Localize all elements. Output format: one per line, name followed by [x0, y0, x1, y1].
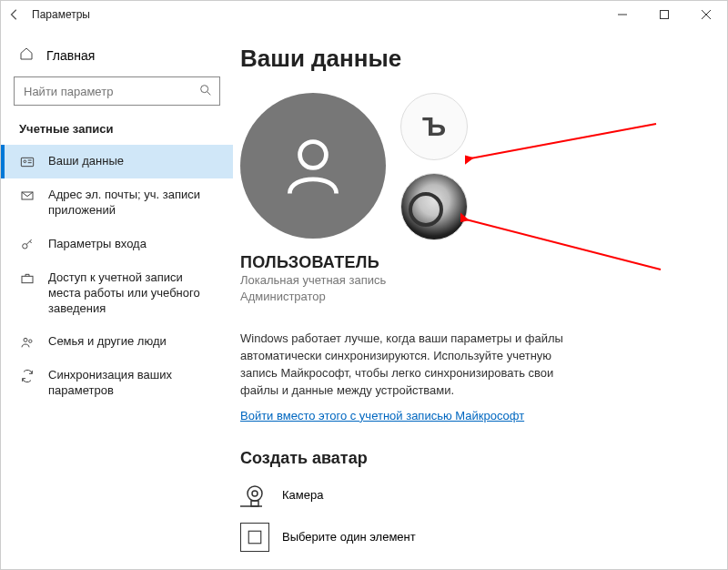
- svg-point-4: [201, 86, 208, 93]
- svg-point-16: [248, 486, 262, 501]
- camera-icon: [240, 481, 269, 510]
- svg-rect-6: [21, 158, 33, 166]
- titlebar: Параметры: [1, 1, 727, 28]
- browse-icon: [240, 523, 269, 552]
- sidebar-item-label: Синхронизация ваших параметров: [48, 368, 217, 399]
- sidebar-item-label: Параметры входа: [48, 237, 147, 252]
- sidebar-item-email-accounts[interactable]: Адрес эл. почты; уч. записи приложений: [1, 178, 233, 228]
- sidebar: Главная Учетные записи Ваши данные А: [1, 28, 233, 569]
- home-icon: [19, 46, 34, 64]
- id-card-icon: [19, 155, 35, 169]
- sidebar-item-label: Семья и другие люди: [48, 334, 167, 350]
- svg-point-15: [300, 142, 327, 168]
- sidebar-item-sync[interactable]: Синхронизация ваших параметров: [1, 359, 233, 408]
- create-avatar-heading: Создать аватар: [240, 449, 703, 468]
- maximize-button[interactable]: [643, 1, 685, 28]
- people-icon: [19, 335, 35, 350]
- svg-rect-1: [661, 11, 669, 19]
- svg-rect-20: [248, 531, 261, 544]
- avatar-option-camera[interactable]: Камера: [240, 481, 703, 510]
- key-icon: [19, 238, 35, 252]
- sidebar-home[interactable]: Главная: [1, 41, 233, 71]
- sidebar-group-accounts: Учетные записи: [1, 120, 233, 145]
- person-icon: [277, 129, 349, 202]
- mail-icon: [19, 188, 35, 203]
- content-pane: Ваши данные Ъ ПОЛЬЗОВАТЕЛЬ Локальная уче…: [233, 28, 727, 569]
- avatar-option-browse[interactable]: Выберите один элемент: [240, 523, 703, 552]
- option-label: Камера: [282, 488, 323, 502]
- close-button[interactable]: [685, 1, 727, 28]
- option-label: Выберите один элемент: [282, 530, 416, 544]
- sync-info-text: Windows работает лучше, когда ваши парам…: [240, 331, 586, 399]
- svg-rect-18: [251, 501, 258, 506]
- avatar-glyph: Ъ: [422, 111, 446, 142]
- page-title: Ваши данные: [240, 45, 703, 73]
- sidebar-item-work-school[interactable]: Доступ к учетной записи места работы или…: [1, 261, 233, 326]
- svg-point-14: [29, 340, 32, 342]
- sidebar-item-signin-options[interactable]: Параметры входа: [1, 228, 233, 261]
- previous-avatar-1[interactable]: Ъ: [400, 93, 468, 160]
- svg-line-5: [207, 92, 211, 96]
- sidebar-home-label: Главная: [46, 48, 95, 63]
- minimize-button[interactable]: [602, 1, 643, 28]
- svg-point-17: [252, 491, 258, 496]
- signin-microsoft-link[interactable]: Войти вместо этого с учетной записью Май…: [240, 409, 524, 422]
- briefcase-icon: [19, 271, 35, 286]
- search-input[interactable]: [14, 76, 220, 106]
- svg-rect-12: [22, 276, 33, 282]
- sync-icon: [19, 369, 35, 383]
- previous-avatar-2[interactable]: [400, 173, 468, 240]
- svg-point-7: [24, 160, 26, 163]
- sidebar-item-label: Ваши данные: [48, 154, 124, 169]
- back-button[interactable]: [1, 8, 28, 21]
- sidebar-item-family[interactable]: Семья и другие люди: [1, 325, 233, 359]
- svg-point-11: [23, 243, 27, 248]
- username: ПОЛЬЗОВАТЕЛЬ: [240, 253, 703, 272]
- search-icon: [198, 83, 213, 101]
- window-title: Параметры: [28, 8, 90, 21]
- sidebar-item-label: Адрес эл. почты; уч. записи приложений: [48, 188, 217, 219]
- account-role: Администратор: [240, 289, 703, 305]
- account-type: Локальная учетная запись: [240, 272, 703, 289]
- sidebar-item-your-info[interactable]: Ваши данные: [1, 145, 233, 178]
- sidebar-item-label: Доступ к учетной записи места работы или…: [48, 270, 217, 317]
- svg-point-13: [24, 339, 27, 342]
- current-avatar[interactable]: [240, 93, 386, 239]
